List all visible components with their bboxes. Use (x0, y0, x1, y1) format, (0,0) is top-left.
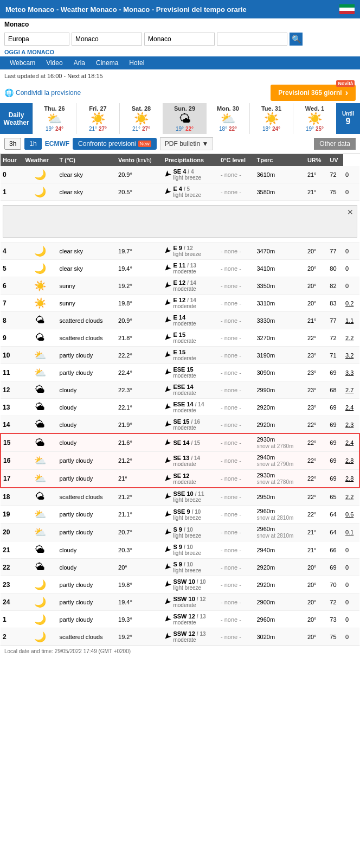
table-row: 23 🌙 partly cloudy 19.8° ➤ SSW 10 / 10li… (1, 576, 359, 593)
ur-cell: 64 (327, 524, 343, 541)
day-thu26[interactable]: Thu. 26 ⛅ 19° 24° (33, 103, 76, 134)
table-row: 6 ☀️ sunny 19.2° ➤ E 12 / 14moderate - n… (1, 277, 359, 295)
wind-cell: ➤ E 9 / 12light breeze (162, 242, 218, 260)
zero-cell: 3190m (255, 347, 305, 364)
ur-cell: 71 (327, 347, 343, 364)
temp-cell: 21.1° (116, 506, 162, 524)
hour-cell: 17 (1, 470, 23, 488)
day-mon30[interactable]: Mon. 30 ⛅ 18° 22° (206, 103, 249, 134)
ur-cell: 69 (327, 559, 343, 576)
weather-desc-cell: partly cloudy (57, 364, 117, 381)
zero-cell: 3090m (255, 364, 305, 381)
tab-1h[interactable]: 1h (24, 138, 41, 150)
confronto-btn[interactable]: Confronto previsioni New (73, 138, 157, 150)
zero-cell: 2920m (255, 559, 305, 576)
table-row: 14 🌥 cloudy 21.9° ➤ SE 15 / 16moderate -… (1, 416, 359, 434)
weather-desc-cell: clear sky (57, 242, 117, 260)
col-hour: Hour (1, 154, 23, 166)
day-wed1[interactable]: Wed. 1 ☀️ 19° 25° (293, 103, 336, 134)
weather-icon-cell: 🌙 (23, 183, 57, 201)
page-header: Meteo Monaco - Weather Monaco - Monaco -… (0, 0, 360, 18)
table-row: 21 🌥 cloudy 20.3° ➤ S 9 / 10light breeze… (1, 541, 359, 559)
precip-cell: - none - (218, 541, 254, 559)
ur-cell: 77 (327, 242, 343, 260)
ur-cell: 65 (327, 488, 343, 506)
table-row: 22 🌥 cloudy 20° ➤ S 9 / 10light breeze -… (1, 559, 359, 576)
novita-badge: Novità (336, 80, 355, 87)
day-sun29[interactable]: Sun. 29 🌤 19° 22° (163, 103, 206, 134)
weather-desc-cell: partly cloudy (57, 506, 117, 524)
btn-365[interactable]: Novità Previsioni 365 giorni › (271, 85, 356, 101)
tperc-cell: 22° (305, 329, 327, 347)
ur-cell: 70 (327, 576, 343, 593)
nav-webcam[interactable]: Webcam (4, 56, 41, 69)
weather-desc-cell: partly cloudy (57, 593, 117, 611)
weather-desc-cell: partly cloudy (57, 452, 117, 470)
zero-cell: 2900m (255, 593, 305, 611)
continent-input[interactable] (4, 33, 69, 46)
uv-cell: 2.8 (343, 452, 359, 470)
hour-cell: 9 (1, 329, 23, 347)
uv-cell: 0.6 (343, 506, 359, 524)
popup-close-btn[interactable]: ✕ (347, 208, 353, 216)
tperc-cell: 20° (305, 295, 327, 312)
weather-icon-cell: 🌙 (23, 166, 57, 183)
precip-cell: - none - (218, 416, 254, 434)
table-row: 13 🌥 cloudy 22.1° ➤ ESE 14 / 14moderate … (1, 399, 359, 416)
weather-desc-cell: partly cloudy (57, 611, 117, 628)
city-input[interactable] (144, 33, 215, 46)
precip-cell: - none - (218, 381, 254, 399)
table-row: 4 🌙 clear sky 19.7° ➤ E 9 / 12light bree… (1, 242, 359, 260)
ur-cell: 69 (327, 399, 343, 416)
tab-3h[interactable]: 3h (4, 138, 21, 150)
table-row: 7 ☀️ sunny 19.8° ➤ E 12 / 14moderate - n… (1, 295, 359, 312)
wind-cell: ➤ E 11 / 13moderate (162, 260, 218, 277)
hour-cell: 6 (1, 277, 23, 295)
tperc-cell: 22° (305, 452, 327, 470)
weather-desc-cell: clear sky (57, 183, 117, 201)
nav-video[interactable]: Video (41, 56, 68, 69)
wind-cell: ➤ E 12 / 14moderate (162, 277, 218, 295)
uv-cell: 2.4 (343, 399, 359, 416)
table-header-row: Hour Weather T (°C) Vento (km/h) Precipi… (1, 154, 359, 166)
hour-cell: 24 (1, 593, 23, 611)
share-row: 🌐 Condividi la previsione Novità Previsi… (0, 82, 360, 103)
update-info: Last updated at 16:00 - Next at 18:15 (0, 69, 360, 82)
ur-cell: 80 (327, 260, 343, 277)
wind-cell: ➤ SSW 12 / 13moderate (162, 611, 218, 628)
nav-hotel[interactable]: Hotel (124, 56, 150, 69)
tperc-cell: 20° (305, 242, 327, 260)
tperc-cell: 23° (305, 399, 327, 416)
country-input[interactable] (72, 33, 142, 46)
hour-cell: 0 (1, 166, 23, 183)
other-data-btn[interactable]: Other data (314, 138, 356, 150)
day-fri27[interactable]: Fri. 27 ☀️ 21° 27° (76, 103, 119, 134)
pdf-btn[interactable]: PDF bulletin ▼ (160, 137, 214, 150)
day-sat28[interactable]: Sat. 28 ☀️ 21° 27° (119, 103, 163, 134)
tperc-cell: 20° (305, 611, 327, 628)
col-tperc: Tperc (255, 154, 305, 166)
tperc-cell: 22° (305, 488, 327, 506)
zero-cell: 2920m (255, 399, 305, 416)
uv-cell: 2.4 (343, 433, 359, 452)
tperc-cell: 23° (305, 364, 327, 381)
tperc-cell: 23° (305, 381, 327, 399)
weather-icon-cell: 🌤 (23, 312, 57, 329)
weather-icon-cell: ☀️ (23, 277, 57, 295)
uv-cell: 2.7 (343, 381, 359, 399)
precip-cell: - none - (218, 347, 254, 364)
search-button[interactable]: 🔍 (290, 33, 303, 46)
uv-cell: 2.2 (343, 329, 359, 347)
wind-cell: ➤ SE 14 / 15 (162, 433, 218, 452)
day-tue31[interactable]: Tue. 31 ☀️ 18° 24° (249, 103, 293, 134)
hour-cell: 20 (1, 524, 23, 541)
nav-aria[interactable]: Aria (68, 56, 91, 69)
temp-cell: 21.2° (116, 488, 162, 506)
search-field[interactable] (217, 33, 287, 46)
weather-icon-cell: ⛅ (23, 347, 57, 364)
wind-cell: ➤ SE 12moderate (162, 470, 218, 488)
nav-cinema[interactable]: Cinema (91, 56, 124, 69)
share-link[interactable]: 🌐 Condividi la previsione (4, 88, 81, 97)
tperc-cell: 20° (305, 576, 327, 593)
hour-cell: 1 (1, 183, 23, 201)
